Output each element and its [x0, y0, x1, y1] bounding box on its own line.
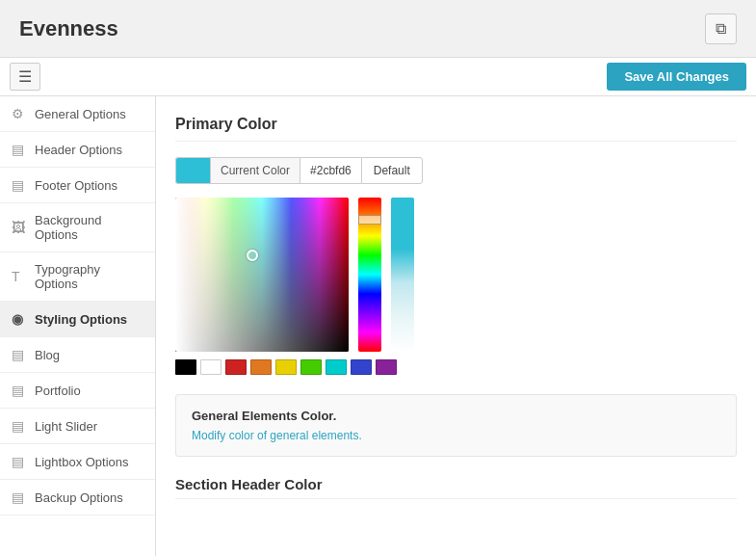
preset-colors	[175, 359, 737, 375]
sidebar-icon-footer-options: ▤	[12, 177, 27, 193]
color-preview-gradient	[391, 249, 414, 352]
sidebar-label-portfolio: Portfolio	[35, 384, 81, 398]
list-icon[interactable]: ☰	[10, 63, 40, 91]
sidebar-item-blog[interactable]: ▤Blog	[0, 337, 155, 373]
sidebar-icon-header-options: ▤	[12, 142, 27, 157]
top-bar: Evenness ⧉	[0, 0, 756, 58]
info-box-title: General Elements Color.	[192, 409, 720, 423]
hue-slider[interactable]	[358, 198, 381, 352]
picker-container	[175, 198, 737, 352]
save-all-changes-button[interactable]: Save All Changes	[607, 63, 746, 91]
sidebar-label-typography-options: Typography Options	[35, 262, 143, 291]
toolbar: ☰ Save All Changes	[0, 58, 756, 96]
info-box-description: Modify color of general elements.	[192, 429, 720, 442]
sidebar-label-light-slider: Light Slider	[35, 419, 97, 434]
preset-swatch-8[interactable]	[376, 359, 397, 375]
color-preview-strip	[391, 198, 414, 352]
content-area: Primary Color Current Color #2cbfd6 Defa…	[156, 96, 756, 556]
hue-handle[interactable]	[358, 215, 381, 225]
hex-value-display[interactable]: #2cbfd6	[300, 157, 361, 184]
color-gradient-box[interactable]	[175, 198, 349, 352]
sidebar-icon-general-options: ⚙	[12, 106, 27, 121]
preset-swatch-5[interactable]	[300, 359, 322, 375]
preset-swatch-7[interactable]	[351, 359, 372, 375]
sidebar-label-footer-options: Footer Options	[35, 178, 117, 193]
preset-swatch-1[interactable]	[200, 359, 222, 375]
sidebar-icon-backup-options: ▤	[12, 490, 27, 505]
sidebar-icon-portfolio: ▤	[12, 383, 27, 398]
current-color-label: Current Color	[210, 157, 300, 184]
sidebar-icon-lightbox-options: ▤	[12, 454, 27, 469]
panel-icon-button[interactable]: ⧉	[705, 13, 737, 44]
preset-swatch-6[interactable]	[326, 359, 347, 375]
main-layout: ⚙General Options▤Header Options▤Footer O…	[0, 96, 756, 556]
sidebar: ⚙General Options▤Header Options▤Footer O…	[0, 96, 156, 556]
sidebar-item-light-slider[interactable]: ▤Light Slider	[0, 409, 155, 444]
preset-swatch-2[interactable]	[225, 359, 247, 375]
preset-swatch-4[interactable]	[275, 359, 297, 375]
sidebar-item-styling-options[interactable]: ◉Styling Options	[0, 302, 155, 337]
sidebar-item-backup-options[interactable]: ▤Backup Options	[0, 480, 155, 516]
sidebar-item-portfolio[interactable]: ▤Portfolio	[0, 373, 155, 409]
sidebar-icon-light-slider: ▤	[12, 418, 27, 434]
color-preview-top	[391, 198, 414, 249]
sidebar-label-header-options: Header Options	[35, 143, 122, 157]
default-button[interactable]: Default	[361, 157, 423, 184]
sidebar-label-styling-options: Styling Options	[35, 312, 127, 327]
sidebar-item-footer-options[interactable]: ▤Footer Options	[0, 168, 155, 203]
sidebar-item-lightbox-options[interactable]: ▤Lightbox Options	[0, 444, 155, 480]
sidebar-label-general-options: General Options	[35, 107, 126, 121]
sidebar-item-background-options[interactable]: 🖼Background Options	[0, 203, 155, 252]
primary-color-title: Primary Color	[175, 116, 737, 142]
sidebar-icon-typography-options: T	[12, 269, 27, 284]
sidebar-icon-styling-options: ◉	[12, 311, 27, 327]
sidebar-icon-background-options: 🖼	[12, 220, 27, 235]
sidebar-item-general-options[interactable]: ⚙General Options	[0, 96, 155, 132]
app-title: Evenness	[19, 16, 118, 41]
sidebar-item-header-options[interactable]: ▤Header Options	[0, 132, 155, 168]
sidebar-label-lightbox-options: Lightbox Options	[35, 455, 129, 469]
color-cursor	[247, 250, 258, 261]
sidebar-label-blog: Blog	[35, 348, 60, 362]
color-controls: Current Color #2cbfd6 Default	[175, 157, 737, 184]
preset-swatch-3[interactable]	[250, 359, 272, 375]
sidebar-icon-blog: ▤	[12, 347, 27, 362]
sidebar-item-typography-options[interactable]: TTypography Options	[0, 252, 155, 302]
color-picker-area: Current Color #2cbfd6 Default	[175, 157, 737, 375]
preset-swatch-0[interactable]	[175, 359, 196, 375]
current-color-swatch[interactable]	[175, 157, 210, 184]
gradient-bg	[175, 198, 349, 352]
info-box: General Elements Color. Modify color of …	[175, 394, 737, 457]
toolbar-left: ☰	[10, 63, 40, 91]
sidebar-label-backup-options: Backup Options	[35, 490, 123, 505]
sidebar-label-background-options: Background Options	[35, 213, 143, 242]
section-header-color-title: Section Header Color	[175, 476, 737, 499]
